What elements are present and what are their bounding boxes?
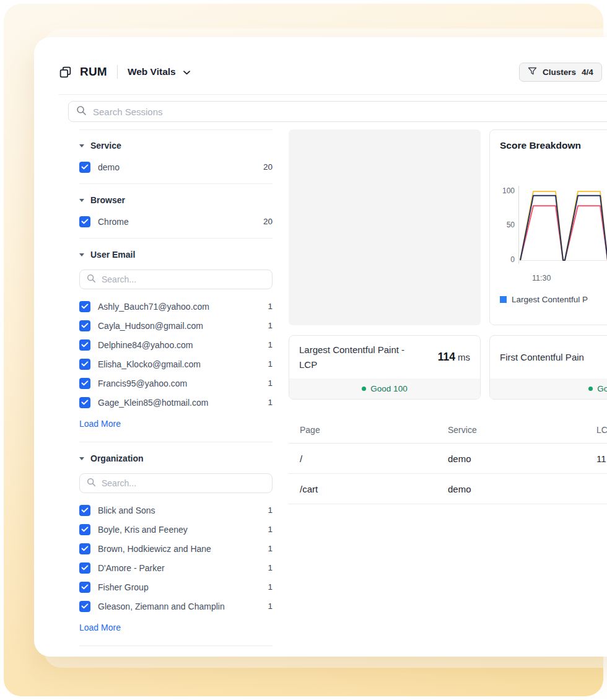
chevron-down-icon xyxy=(183,66,190,77)
filter-item-count: 1 xyxy=(268,378,273,388)
filter-item-organization[interactable]: Blick and Sons 1 xyxy=(79,501,273,520)
user-email-search-input[interactable] xyxy=(102,274,265,284)
filter-funnel-icon xyxy=(528,67,537,77)
load-more-emails-link[interactable]: Load More xyxy=(79,412,121,435)
filter-item-count: 1 xyxy=(268,505,273,515)
filter-item-service-demo[interactable]: demo 20 xyxy=(79,157,273,177)
filter-item-browser-chrome[interactable]: Chrome 20 xyxy=(79,212,273,231)
filter-item-organization[interactable]: Brown, Hodkiewicz and Hane 1 xyxy=(79,539,273,558)
score-chart-svg xyxy=(518,180,607,273)
table-row[interactable]: / demo 11 xyxy=(289,444,607,474)
metric-card-top: Largest Contentful Paint - LCP 114ms xyxy=(289,336,480,378)
session-search xyxy=(68,101,607,122)
checkbox-checked-icon[interactable] xyxy=(79,543,90,554)
score-breakdown-chart: 100 50 0 11:30 xyxy=(500,180,607,286)
cell-page: /cart xyxy=(300,484,448,494)
filter-item-count: 1 xyxy=(268,302,273,311)
filter-item-email[interactable]: Cayla_Hudson@gmail.com 1 xyxy=(79,316,273,335)
metric-value-wrap: 114ms xyxy=(438,351,470,364)
checkbox-checked-icon[interactable] xyxy=(79,320,90,331)
section-divider xyxy=(79,645,273,646)
filter-item-label: Brown, Hodkiewicz and Hane xyxy=(98,544,211,554)
section-header-organization[interactable]: Organization xyxy=(79,443,273,470)
app-window: RUM Web Vitals Clusters 4/4 xyxy=(34,37,607,657)
legend-item-lcp[interactable]: Largest Contentful P xyxy=(500,295,607,304)
checkbox-checked-icon[interactable] xyxy=(79,524,90,535)
header-divider xyxy=(59,94,607,95)
checkbox-checked-icon[interactable] xyxy=(79,378,90,389)
load-more-organizations-link[interactable]: Load More xyxy=(79,616,121,639)
score-breakdown-card: Score Breakdown 100 50 0 11:30 Largest C… xyxy=(489,129,607,325)
app-header: RUM Web Vitals xyxy=(59,62,190,82)
app-title: RUM xyxy=(80,65,107,79)
checkbox-checked-icon[interactable] xyxy=(79,582,90,593)
metric-title: Largest Contentful Paint - LCP xyxy=(299,343,409,372)
filter-item-count: 1 xyxy=(268,582,273,592)
checkbox-checked-icon[interactable] xyxy=(79,339,90,351)
status-label: Good 100 xyxy=(370,384,407,393)
search-icon xyxy=(87,478,96,489)
filter-item-label: Blick and Sons xyxy=(98,505,155,515)
checkbox-checked-icon[interactable] xyxy=(79,162,90,173)
filter-item-label: Boyle, Kris and Feeney xyxy=(98,525,188,535)
section-header-browser[interactable]: Browser xyxy=(79,185,273,212)
filter-item-count: 1 xyxy=(268,525,273,534)
section-title: Browser xyxy=(90,195,125,205)
y-axis-tick: 50 xyxy=(500,221,515,229)
filter-item-organization[interactable]: D'Amore - Parker 1 xyxy=(79,558,273,577)
search-icon xyxy=(87,274,96,286)
metric-title: First Contentful Pain xyxy=(500,350,584,364)
filter-item-email[interactable]: Francis95@yahoo.com 1 xyxy=(79,374,273,393)
clusters-label: Clusters xyxy=(543,68,576,77)
filter-item-label: Elisha_Klocko@gmail.com xyxy=(98,359,201,369)
user-email-search xyxy=(79,269,273,289)
view-selector-label: Web Vitals xyxy=(128,66,176,77)
filter-item-label: Chrome xyxy=(98,217,129,227)
checkbox-checked-icon[interactable] xyxy=(79,359,90,370)
metric-unit: ms xyxy=(458,352,470,362)
collapse-chevron-icon xyxy=(79,144,84,147)
clusters-filter-button[interactable]: Clusters 4/4 xyxy=(519,63,602,82)
filter-item-organization[interactable]: Fisher Group 1 xyxy=(79,577,273,597)
filter-item-label: D'Amore - Parker xyxy=(98,563,165,573)
filter-item-label: Ashly_Bauch71@yahoo.com xyxy=(98,302,209,312)
filter-item-email[interactable]: Gage_Klein85@hotmail.com 1 xyxy=(79,393,273,412)
checkbox-checked-icon[interactable] xyxy=(79,216,90,227)
section-title: Organization xyxy=(90,453,144,463)
fcp-metric-card: First Contentful Pain Goo xyxy=(489,335,607,400)
checkbox-checked-icon[interactable] xyxy=(79,301,90,312)
filter-item-count: 1 xyxy=(268,544,273,553)
filter-item-organization[interactable]: Gleason, Ziemann and Champlin 1 xyxy=(79,597,273,616)
y-axis-tick: 0 xyxy=(500,255,515,264)
view-selector[interactable]: Web Vitals xyxy=(128,66,190,77)
session-search-input[interactable] xyxy=(93,107,607,117)
filter-item-email[interactable]: Delphine84@yahoo.com 1 xyxy=(79,335,273,354)
section-header-service[interactable]: Service xyxy=(79,130,273,157)
filter-item-count: 20 xyxy=(263,217,273,226)
checkbox-checked-icon[interactable] xyxy=(79,397,90,408)
cell-service: demo xyxy=(448,484,596,494)
filter-item-label: Francis95@yahoo.com xyxy=(98,378,187,388)
filter-item-label: Gleason, Ziemann and Champlin xyxy=(98,602,225,611)
filter-item-count: 1 xyxy=(268,398,273,407)
lcp-metric-card: Largest Contentful Paint - LCP 114ms Goo… xyxy=(289,335,481,400)
filter-item-label: Gage_Klein85@hotmail.com xyxy=(98,398,208,408)
filter-item-organization[interactable]: Boyle, Kris and Feeney 1 xyxy=(79,520,273,539)
y-axis-tick: 100 xyxy=(500,186,515,195)
checkbox-checked-icon[interactable] xyxy=(79,505,90,516)
section-title: Service xyxy=(90,141,121,151)
table-row[interactable]: /cart demo xyxy=(289,474,607,504)
collapse-chevron-icon xyxy=(79,253,84,256)
collapse-chevron-icon xyxy=(79,457,84,460)
filter-item-email[interactable]: Elisha_Klocko@gmail.com 1 xyxy=(79,354,273,374)
cell-page: / xyxy=(300,453,448,464)
organization-search-input[interactable] xyxy=(102,478,265,488)
filters-sidebar: Service demo 20 Browser Chrome 20 User E… xyxy=(79,129,273,647)
status-dot-icon xyxy=(362,387,366,391)
checkbox-checked-icon[interactable] xyxy=(79,562,90,574)
section-header-user-email[interactable]: User Email xyxy=(79,239,273,266)
checkbox-checked-icon[interactable] xyxy=(79,601,90,612)
filter-item-email[interactable]: Ashly_Bauch71@yahoo.com 1 xyxy=(79,297,273,316)
organization-search xyxy=(79,473,273,493)
cell-lcp: 11 xyxy=(596,453,607,464)
